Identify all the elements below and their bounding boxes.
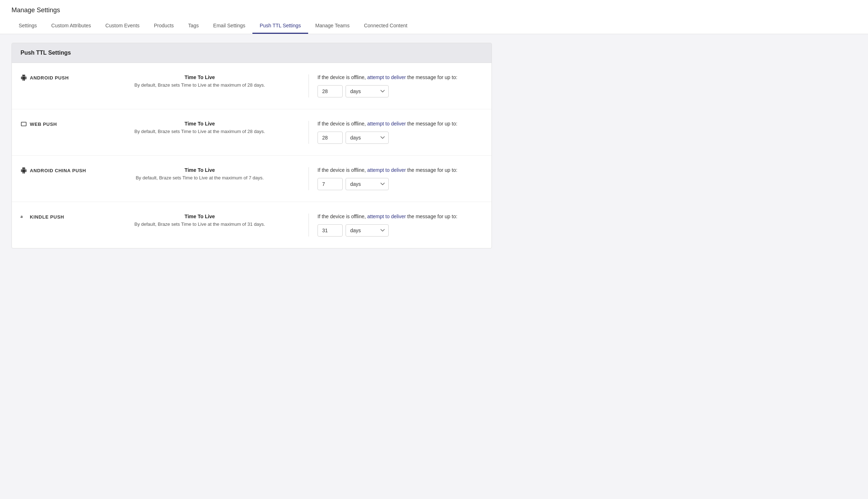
push-inputs: hoursdays bbox=[317, 85, 483, 97]
push-section-web-push: WEB PUSH Time To Live By default, Braze … bbox=[12, 109, 492, 156]
push-section-android-china-push: ANDROID CHINA PUSH Time To Live By defau… bbox=[12, 156, 492, 202]
ttl-description: By default, Braze sets Time to Live at t… bbox=[107, 82, 293, 89]
ttl-description: By default, Braze sets Time to Live at t… bbox=[107, 221, 293, 228]
android-icon bbox=[20, 167, 27, 174]
push-description-web-push: Time To Live By default, Braze sets Time… bbox=[100, 121, 300, 135]
push-name: KINDLE PUSH bbox=[30, 214, 64, 220]
push-label-kindle-push: a KINDLE PUSH bbox=[20, 214, 100, 220]
push-description-android-push: Time To Live By default, Braze sets Time… bbox=[100, 74, 300, 89]
section-divider bbox=[309, 121, 309, 144]
push-inputs: hoursdays bbox=[317, 132, 483, 144]
tab-tags[interactable]: Tags bbox=[181, 18, 206, 34]
control-text: If the device is offline, attempt to del… bbox=[317, 214, 483, 219]
main-content: Push TTL Settings ANDROID PUSH Time To L… bbox=[0, 34, 503, 257]
push-control-android-china-push: If the device is offline, attempt to del… bbox=[317, 167, 483, 190]
page-title: Manage Settings bbox=[12, 0, 856, 14]
ttl-unit-select[interactable]: hoursdays bbox=[346, 224, 389, 237]
ttl-number-input[interactable] bbox=[317, 178, 343, 190]
push-section-kindle-push: a KINDLE PUSH Time To Live By default, B… bbox=[12, 202, 492, 248]
settings-card-header: Push TTL Settings bbox=[12, 43, 492, 63]
amazon-icon: a bbox=[20, 214, 27, 220]
push-description-kindle-push: Time To Live By default, Braze sets Time… bbox=[100, 214, 300, 228]
ttl-description: By default, Braze sets Time to Live at t… bbox=[107, 174, 293, 182]
ttl-description: By default, Braze sets Time to Live at t… bbox=[107, 128, 293, 135]
push-control-kindle-push: If the device is offline, attempt to del… bbox=[317, 214, 483, 237]
attempt-to-deliver-link[interactable]: attempt to deliver bbox=[367, 121, 406, 127]
section-divider bbox=[309, 167, 309, 190]
ttl-unit-select[interactable]: hoursdays bbox=[346, 85, 389, 97]
push-name: WEB PUSH bbox=[30, 122, 57, 127]
push-section-android-push: ANDROID PUSH Time To Live By default, Br… bbox=[12, 63, 492, 109]
push-inputs: hoursdays bbox=[317, 224, 483, 237]
push-name: ANDROID PUSH bbox=[30, 75, 69, 81]
section-divider bbox=[309, 214, 309, 237]
tab-settings[interactable]: Settings bbox=[12, 18, 44, 34]
control-text: If the device is offline, attempt to del… bbox=[317, 167, 483, 173]
ttl-title: Time To Live bbox=[107, 121, 293, 127]
tab-custom-attributes[interactable]: Custom Attributes bbox=[44, 18, 99, 34]
card-title: Push TTL Settings bbox=[20, 50, 483, 56]
attempt-to-deliver-link[interactable]: attempt to deliver bbox=[367, 214, 406, 219]
push-label-android-push: ANDROID PUSH bbox=[20, 74, 100, 81]
settings-card: Push TTL Settings ANDROID PUSH Time To L… bbox=[12, 43, 492, 248]
tab-manage-teams[interactable]: Manage Teams bbox=[308, 18, 357, 34]
push-inputs: hoursdays bbox=[317, 178, 483, 190]
ttl-number-input[interactable] bbox=[317, 224, 343, 237]
push-description-android-china-push: Time To Live By default, Braze sets Time… bbox=[100, 167, 300, 182]
section-divider bbox=[309, 74, 309, 97]
push-name: ANDROID CHINA PUSH bbox=[30, 168, 86, 173]
ttl-number-input[interactable] bbox=[317, 132, 343, 144]
top-bar: Manage Settings SettingsCustom Attribute… bbox=[0, 0, 868, 34]
ttl-title: Time To Live bbox=[107, 74, 293, 80]
svg-text:a: a bbox=[20, 214, 23, 219]
tab-push-ttl-settings[interactable]: Push TTL Settings bbox=[252, 18, 308, 34]
push-control-web-push: If the device is offline, attempt to del… bbox=[317, 121, 483, 144]
ttl-title: Time To Live bbox=[107, 167, 293, 173]
ttl-title: Time To Live bbox=[107, 214, 293, 219]
ttl-unit-select[interactable]: hoursdays bbox=[346, 132, 389, 144]
ttl-number-input[interactable] bbox=[317, 85, 343, 97]
ttl-unit-select[interactable]: hoursdays bbox=[346, 178, 389, 190]
nav-tabs: SettingsCustom AttributesCustom EventsPr… bbox=[12, 18, 856, 34]
push-control-android-push: If the device is offline, attempt to del… bbox=[317, 74, 483, 97]
push-label-android-china-push: ANDROID CHINA PUSH bbox=[20, 167, 100, 174]
tab-connected-content[interactable]: Connected Content bbox=[357, 18, 415, 34]
control-text: If the device is offline, attempt to del… bbox=[317, 74, 483, 80]
android-icon bbox=[20, 74, 27, 81]
tab-email-settings[interactable]: Email Settings bbox=[206, 18, 252, 34]
push-label-web-push: WEB PUSH bbox=[20, 121, 100, 127]
attempt-to-deliver-link[interactable]: attempt to deliver bbox=[367, 167, 406, 173]
web-icon bbox=[20, 121, 27, 127]
tab-products[interactable]: Products bbox=[147, 18, 181, 34]
control-text: If the device is offline, attempt to del… bbox=[317, 121, 483, 127]
tab-custom-events[interactable]: Custom Events bbox=[98, 18, 147, 34]
sections-container: ANDROID PUSH Time To Live By default, Br… bbox=[12, 63, 492, 248]
attempt-to-deliver-link[interactable]: attempt to deliver bbox=[367, 74, 406, 80]
